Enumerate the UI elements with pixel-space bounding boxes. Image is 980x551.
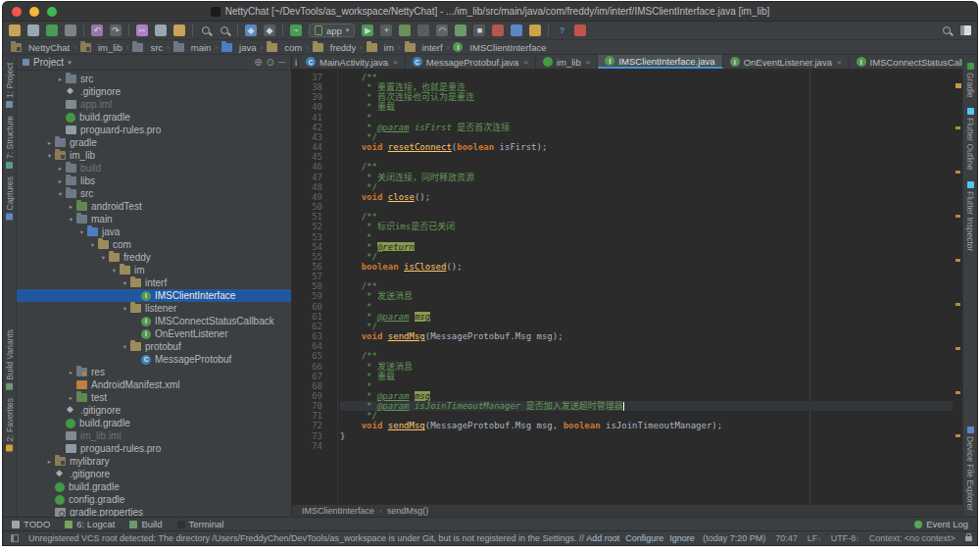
caret-position[interactable]: 70:47 — [775, 533, 798, 543]
tree-item-freddy[interactable]: ▾freddy — [17, 251, 291, 264]
tree-item-listener[interactable]: ▾listener — [17, 302, 291, 315]
context-indicator[interactable]: Context: <no context> — [869, 533, 956, 543]
run-button[interactable]: ▶ — [362, 25, 373, 36]
chevron-expanded-icon[interactable]: ▾ — [120, 279, 130, 287]
tab-imsconnectstatuscallback-java[interactable]: IIMSConnectStatusCallback.java× — [850, 55, 962, 69]
chevron-collapsed-icon[interactable]: ▸ — [55, 165, 66, 173]
chevron-collapsed-icon[interactable]: ▸ — [55, 177, 66, 185]
chevron-expanded-icon[interactable]: ▾ — [98, 254, 109, 262]
tree-item-java[interactable]: ▾java — [17, 225, 291, 238]
chevron-collapsed-icon[interactable]: ▸ — [55, 75, 66, 83]
tree-item-mylibrary[interactable]: ▸mylibrary — [17, 455, 291, 468]
tree-item-androidtest[interactable]: ▸androidTest — [17, 200, 291, 213]
chevron-collapsed-icon[interactable]: ▸ — [66, 369, 76, 376]
tree-item-res[interactable]: ▸res — [17, 366, 291, 378]
tab-i[interactable]: i× — [292, 55, 299, 69]
tree-item-imsclientinterface[interactable]: IIMSClientInterface — [17, 289, 291, 302]
chevron-expanded-icon[interactable]: ▾ — [120, 305, 130, 313]
tool-stripe-flutter-inspector[interactable]: Flutter Inspector — [965, 181, 975, 251]
profile-button[interactable]: ◠ — [436, 25, 448, 36]
search-everywhere-button[interactable] — [941, 25, 953, 36]
breadcrumb-item-java[interactable]: java — [221, 42, 256, 53]
tree-item-interf[interactable]: ▾interf — [17, 276, 291, 289]
gradle-sync-button[interactable] — [455, 25, 466, 36]
toolwindow-button-todo[interactable]: TODO — [12, 519, 50, 529]
tree-item-androidmanifest.xml[interactable]: AndroidManifest.xml — [17, 378, 291, 391]
redo-button[interactable]: ↷ — [110, 25, 122, 36]
replace-button[interactable] — [219, 25, 230, 36]
chevron-collapsed-icon[interactable]: ▸ — [66, 203, 76, 211]
tree-item-imsconnectstatuscallback[interactable]: IIMSConnectStatusCallback — [17, 315, 291, 327]
editor-breadcrumb-item[interactable]: IMSClientInterface — [302, 506, 374, 516]
locate-file-icon[interactable]: ⊕ — [254, 57, 262, 68]
editor-breadcrumb-item[interactable]: sendMsg() — [387, 506, 429, 516]
tree-item-config.gradle[interactable]: config.gradle — [17, 493, 291, 506]
tree-item-build.gradle[interactable]: build.gradle — [17, 480, 291, 493]
profiler-button[interactable] — [574, 25, 586, 36]
settings-button[interactable] — [65, 25, 76, 36]
tool-stripe-build-variants[interactable]: Build Variants — [5, 329, 15, 390]
breadcrumb-item-freddy[interactable]: freddy — [313, 42, 356, 53]
tool-stripe--structure[interactable]: 7: Structure — [5, 116, 15, 169]
tree-item-libs[interactable]: ▸libs — [17, 175, 291, 187]
back-button[interactable]: ◆ — [245, 25, 257, 36]
tool-stripe--project[interactable]: 1: Project — [5, 63, 15, 108]
run-config-select[interactable]: app▾ — [309, 24, 355, 37]
toolwindow-layout-button[interactable] — [959, 25, 971, 36]
tab-mainactivity-java[interactable]: CMainActivity.java× — [299, 55, 406, 69]
tree-item-.gitignore[interactable]: .gitignore — [17, 85, 291, 98]
tree-item-app.iml[interactable]: app.iml — [17, 98, 291, 111]
breadcrumb-item-im[interactable]: im — [367, 42, 394, 53]
tree-item-gradle[interactable]: ▸gradle — [17, 136, 291, 149]
chevron-collapsed-icon[interactable]: ▸ — [44, 458, 55, 466]
tree-item-main[interactable]: ▾main — [17, 213, 291, 225]
chevron-expanded-icon[interactable]: ▾ — [44, 152, 55, 160]
toolwindow-button-build[interactable]: Build — [129, 519, 162, 529]
hide-panel-icon[interactable]: ─ — [278, 57, 285, 68]
breadcrumb-item-im_lib[interactable]: im_lib — [80, 42, 122, 53]
tree-item-im_lib.iml[interactable]: im_lib.iml — [17, 429, 291, 442]
tree-item-messageprotobuf[interactable]: CMessageProtobuf — [17, 353, 291, 366]
tab-messageprotobuf-java[interactable]: CMessageProtobuf.java× — [406, 55, 536, 69]
tool-stripe-gradle[interactable]: Gradle — [965, 63, 975, 98]
tab-close-icon[interactable]: × — [586, 58, 591, 67]
chevron-down-icon[interactable]: ▾ — [68, 59, 72, 67]
chevron-collapsed-icon[interactable]: ▸ — [44, 139, 55, 147]
status-link-add-root[interactable]: Add root — [586, 533, 619, 543]
chevron-expanded-icon[interactable]: ▾ — [109, 267, 120, 275]
tab-close-icon[interactable]: × — [523, 58, 528, 67]
chevron-expanded-icon[interactable]: ▾ — [55, 190, 66, 198]
wrench-button[interactable]: ~ — [290, 25, 302, 36]
tree-item-build.gradle[interactable]: build.gradle — [17, 111, 291, 124]
breadcrumb-item-src[interactable]: src — [132, 42, 163, 53]
find-button[interactable] — [200, 25, 212, 36]
save-all-button[interactable] — [27, 25, 39, 36]
apply-changes-button[interactable]: + — [380, 25, 392, 36]
tree-item-gradle.properties[interactable]: gradle.properties — [17, 506, 291, 517]
cut-button[interactable]: ✂ — [136, 25, 148, 36]
line-ending-selector[interactable]: LF↕ — [808, 533, 821, 543]
tree-item-build.gradle[interactable]: build.gradle — [17, 417, 291, 429]
toolwindow-toggle-icon[interactable] — [11, 534, 19, 542]
tree-item-proguard-rules.pro[interactable]: proguard-rules.pro — [17, 442, 291, 455]
tree-item-protobuf[interactable]: ▾protobuf — [17, 340, 291, 353]
forward-button[interactable]: ◆ — [264, 25, 275, 36]
stop-button[interactable]: ■ — [473, 25, 485, 36]
tree-item-com[interactable]: ▾com — [17, 238, 291, 251]
code-editor[interactable]: 3738394041424344454647484950515253545556… — [292, 70, 962, 504]
chevron-expanded-icon[interactable]: ▾ — [66, 216, 76, 224]
tool-stripe-captures[interactable]: Captures — [5, 176, 15, 221]
chevron-expanded-icon[interactable]: ▾ — [120, 343, 130, 351]
copy-button[interactable] — [155, 25, 167, 36]
tab-im-lib[interactable]: im_lib× — [536, 55, 598, 69]
chevron-collapsed-icon[interactable]: ▸ — [66, 394, 76, 402]
chevron-expanded-icon[interactable]: ▾ — [76, 228, 87, 236]
tab-oneventlistener-java[interactable]: IOnEventListener.java× — [723, 55, 850, 69]
tree-item-proguard-rules.pro[interactable]: proguard-rules.pro — [17, 124, 291, 136]
tree-item-im[interactable]: ▾im — [17, 264, 291, 276]
toolwindow-button-terminal[interactable]: Terminal — [177, 519, 224, 529]
breadcrumb-item-interf[interactable]: interf — [405, 42, 443, 53]
debug-button[interactable] — [399, 25, 411, 36]
breadcrumb-item-imsclientinterface[interactable]: IIMSClientInterface — [453, 42, 546, 53]
avd-manager-button[interactable] — [511, 25, 522, 36]
